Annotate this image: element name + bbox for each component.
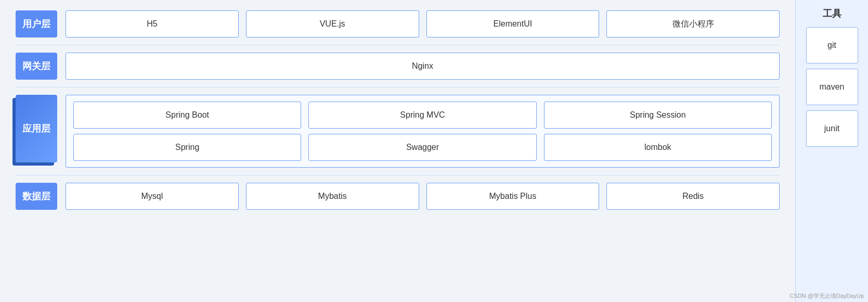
list-item: Swagger (308, 134, 536, 161)
watermark: CSDN @学无止境DayDayUp (789, 292, 864, 300)
divider-2 (16, 87, 780, 87)
tool-junit: junit (806, 110, 858, 147)
list-item: Spring Session (544, 102, 772, 129)
list-item: Spring Boot (73, 102, 301, 129)
tool-git: git (806, 27, 858, 64)
app-layer-row2: Spring Swagger lombok (73, 134, 772, 161)
list-item: Mysql (66, 183, 239, 210)
gateway-layer-row: 网关层 Nginx (16, 53, 780, 80)
app-layer-content: Spring Boot Spring MVC Spring Session Sp… (66, 95, 780, 168)
list-item: VUE.js (246, 10, 419, 37)
list-item: ElementUI (426, 10, 600, 37)
list-item: Mybatis Plus (426, 183, 600, 210)
data-layer-label: 数据层 (16, 183, 57, 210)
app-layer-row1: Spring Boot Spring MVC Spring Session (73, 102, 772, 129)
app-layer-row: 应用层 Spring Boot Spring MVC Spring Sessio… (16, 95, 780, 168)
list-item: lombok (544, 134, 772, 161)
user-layer-row: 用户层 H5 VUE.js ElementUI 微信小程序 (16, 10, 780, 37)
list-item: Spring MVC (308, 102, 536, 129)
sidebar-title: 工具 (823, 7, 841, 20)
user-layer-label: 用户层 (16, 10, 57, 37)
data-layer-items: Mysql Mybatis Mybatis Plus Redis (66, 183, 780, 210)
list-item: H5 (66, 10, 239, 37)
app-layer-label: 应用层 (16, 95, 57, 162)
list-item: Redis (606, 183, 780, 210)
divider-3 (16, 175, 780, 175)
gateway-layer-label: 网关层 (16, 53, 57, 80)
tool-maven: maven (806, 69, 858, 105)
list-item: 微信小程序 (606, 10, 780, 37)
user-layer-items: H5 VUE.js ElementUI 微信小程序 (66, 10, 780, 37)
data-layer-row: 数据层 Mysql Mybatis Mybatis Plus Redis (16, 183, 780, 210)
divider-1 (16, 45, 780, 45)
list-item: Mybatis (246, 183, 419, 210)
tools-sidebar: 工具 git maven junit (795, 0, 868, 302)
list-item: Spring (73, 134, 301, 161)
nginx-box: Nginx (66, 53, 780, 80)
